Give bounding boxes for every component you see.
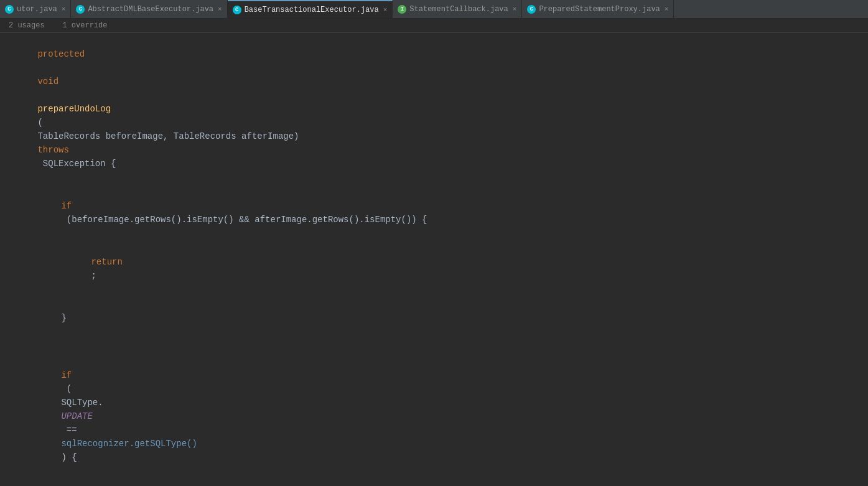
tab-close-statementcallback[interactable]: × — [513, 6, 517, 13]
line-content-1: protected void prepareUndoLog ( TableRec… — [0, 34, 868, 184]
code-line-3: return ; — [0, 241, 868, 297]
code-area: protected void prepareUndoLog ( TableRec… — [0, 33, 868, 486]
tab-icon-basetransactional: C — [233, 6, 241, 14]
line-content-7: if (beforeImage.getRows().size() != afte… — [0, 479, 868, 486]
tab-close-abstractdml[interactable]: × — [218, 6, 222, 13]
tab-statementcallback[interactable]: I StatementCallback.java × — [393, 0, 522, 19]
keyword-void: void — [37, 77, 58, 86]
keyword-if-1: if — [61, 201, 72, 211]
tab-close-utor[interactable]: × — [62, 6, 66, 13]
tab-close-preparedstatement[interactable]: × — [665, 6, 669, 13]
tab-icon-utor: C — [5, 5, 14, 14]
line-content-4: } — [0, 297, 868, 339]
code-line-4: } — [0, 297, 868, 339]
line-content-5 — [0, 340, 868, 353]
method-prepareUndoLog: prepareUndoLog — [37, 104, 111, 114]
usages-count: 2 usages — [9, 21, 45, 30]
tab-label-utor: utor.java — [17, 5, 57, 14]
tab-abstractdml[interactable]: C AbstractDMLBaseExecutor.java × — [71, 0, 227, 19]
line-content-3: return ; — [0, 241, 868, 296]
code-line-6: if ( SQLType. UPDATE == sqlRecognizer.ge… — [0, 354, 868, 479]
line-content-6: if ( SQLType. UPDATE == sqlRecognizer.ge… — [0, 355, 868, 478]
sqlRecognizer-getSQLType-1: sqlRecognizer.getSQLType() — [61, 439, 197, 449]
tab-preparedstatement[interactable]: C PreparedStatementProxy.java × — [522, 0, 674, 19]
tab-label-preparedstatement: PreparedStatementProxy.java — [539, 5, 660, 14]
tab-label-basetransactional: BaseTransactionalExecutor.java — [245, 6, 379, 14]
tab-close-basetransactional[interactable]: × — [383, 6, 388, 14]
keyword-return: return — [91, 257, 122, 267]
tab-icon-statementcallback: I — [398, 5, 406, 14]
static-UPDATE: UPDATE — [61, 411, 92, 421]
line-content-2: if (beforeImage.getRows().isEmpty() && a… — [0, 185, 868, 240]
code-line-1: protected void prepareUndoLog ( TableRec… — [0, 33, 868, 185]
tab-label-abstractdml: AbstractDMLBaseExecutor.java — [88, 5, 213, 14]
code-line-2: if (beforeImage.getRows().isEmpty() && a… — [0, 185, 868, 241]
tab-label-statementcallback: StatementCallback.java — [409, 5, 508, 14]
tab-bar: C utor.java × C AbstractDMLBaseExecutor.… — [0, 0, 868, 19]
keyword-if-2: if — [61, 370, 72, 380]
override-count: 1 override — [62, 21, 107, 30]
tab-utor[interactable]: C utor.java × — [0, 0, 71, 19]
tab-icon-abstractdml: C — [76, 5, 85, 14]
keyword-throws: throws — [37, 145, 68, 155]
code-line-7: if (beforeImage.getRows().size() != afte… — [0, 479, 868, 486]
keyword-protected: protected — [37, 49, 85, 59]
info-bar: 2 usages 1 override — [0, 19, 868, 33]
tab-icon-preparedstatement: C — [527, 5, 536, 14]
tab-basetransactional[interactable]: C BaseTransactionalExecutor.java × — [228, 0, 393, 19]
code-line-5 — [0, 339, 868, 354]
